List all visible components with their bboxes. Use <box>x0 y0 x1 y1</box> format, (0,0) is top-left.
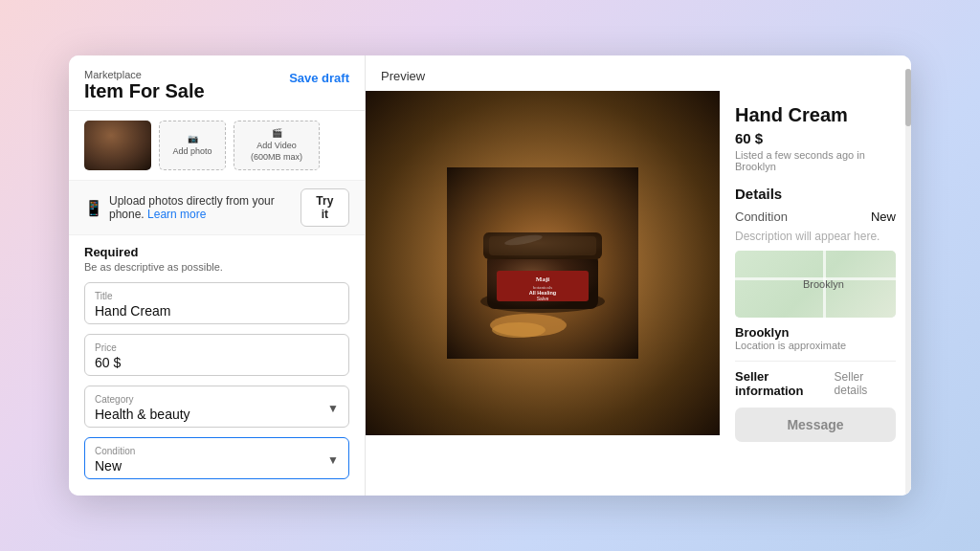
title-value: Hand Cream <box>95 303 339 319</box>
header-left: Marketplace Item For Sale <box>84 69 205 102</box>
svg-text:Salve: Salve <box>537 296 549 301</box>
required-label: Required <box>84 245 349 259</box>
photo-thumbnail[interactable] <box>84 121 151 170</box>
add-video-sub: (600MB max) <box>251 152 302 163</box>
right-panel: Preview <box>366 55 911 496</box>
product-info: Hand Cream 60 $ Listed a few seconds ago… <box>720 91 911 455</box>
condition-value: New <box>95 458 135 474</box>
condition-field-inner: Condition New <box>95 446 135 474</box>
map-placeholder: Brooklyn <box>735 251 896 318</box>
location-name: Brooklyn <box>735 325 896 340</box>
price-field[interactable]: Price 60 $ <box>84 334 349 376</box>
condition-detail-row: Condition New <box>735 209 896 224</box>
title-field[interactable]: Title Hand Cream <box>84 282 349 324</box>
seller-info-label: Seller information <box>735 369 835 398</box>
phone-icon: 📱 <box>84 199 103 217</box>
add-photo-button[interactable]: 📷 Add photo <box>159 121 226 170</box>
condition-val: New <box>871 209 896 224</box>
title-label: Title <box>95 291 339 301</box>
add-video-button[interactable]: 🎬 Add Video (600MB max) <box>234 121 320 170</box>
category-label: Category <box>95 394 190 405</box>
product-image: Maji botanicals All Healing Salve <box>366 91 720 435</box>
details-label: Details <box>735 186 896 202</box>
location-sub: Location is approximate <box>735 340 896 351</box>
product-price: 60 $ <box>735 130 896 146</box>
svg-rect-4 <box>489 236 596 255</box>
category-dropdown-arrow: ▼ <box>327 402 339 415</box>
phone-upload-text: 📱 Upload photos directly from your phone… <box>84 194 301 221</box>
condition-key: Condition <box>735 209 788 224</box>
preview-content: Maji botanicals All Healing Salve Hand C… <box>366 91 911 455</box>
description-placeholder: Description will appear here. <box>735 230 896 243</box>
form-section: Required Be as descriptive as possible. … <box>69 235 365 496</box>
condition-dropdown-arrow: ▼ <box>327 453 339 467</box>
jar-svg: Maji botanicals All Healing Salve <box>447 167 638 359</box>
add-video-label: Add Video <box>256 141 296 151</box>
learn-more-link[interactable]: Learn more <box>147 208 206 221</box>
seller-row: Seller information Seller details <box>735 361 896 398</box>
condition-label: Condition <box>95 446 135 456</box>
price-value: 60 $ <box>95 355 339 370</box>
seller-details-link[interactable]: Seller details <box>835 370 896 397</box>
category-value: Health & beauty <box>95 407 190 422</box>
map-background: Brooklyn <box>735 251 896 318</box>
phone-upload-label: Upload photos directly from your phone. … <box>109 194 301 221</box>
product-name: Hand Cream <box>735 104 896 126</box>
camera-icon: 📷 <box>188 134 198 144</box>
phone-upload-row: 📱 Upload photos directly from your phone… <box>69 181 365 235</box>
left-panel: Marketplace Item For Sale Save draft 📷 A… <box>69 55 366 496</box>
preview-label: Preview <box>366 69 911 91</box>
photo-row: 📷 Add photo 🎬 Add Video (600MB max) <box>69 111 365 181</box>
svg-text:Maji: Maji <box>536 276 549 283</box>
add-photo-label: Add photo <box>172 146 212 157</box>
condition-field[interactable]: Condition New ▼ <box>84 437 349 479</box>
message-button[interactable]: Message <box>735 408 896 442</box>
preview-image-area: Maji botanicals All Healing Salve <box>366 91 720 435</box>
scrollbar-track[interactable] <box>905 69 911 496</box>
required-sublabel: Be as descriptive as possible. <box>84 261 349 273</box>
category-field[interactable]: Category Health & beauty ▼ <box>84 386 349 428</box>
price-label: Price <box>95 342 339 353</box>
thumbnail-image <box>84 121 151 170</box>
category-field-inner: Category Health & beauty <box>95 394 190 422</box>
save-draft-button[interactable]: Save draft <box>289 69 349 87</box>
scrollbar-thumb[interactable] <box>905 69 911 126</box>
main-modal: Marketplace Item For Sale Save draft 📷 A… <box>69 55 911 496</box>
video-icon: 🎬 <box>272 128 282 139</box>
left-header: Marketplace Item For Sale Save draft <box>69 55 365 111</box>
try-it-button[interactable]: Try it <box>301 188 349 227</box>
marketplace-label: Marketplace <box>84 69 205 80</box>
product-listed: Listed a few seconds ago in Brooklyn <box>735 149 896 172</box>
svg-point-12 <box>492 322 546 338</box>
page-title: Item For Sale <box>84 80 205 102</box>
map-label: Brooklyn <box>803 278 844 290</box>
